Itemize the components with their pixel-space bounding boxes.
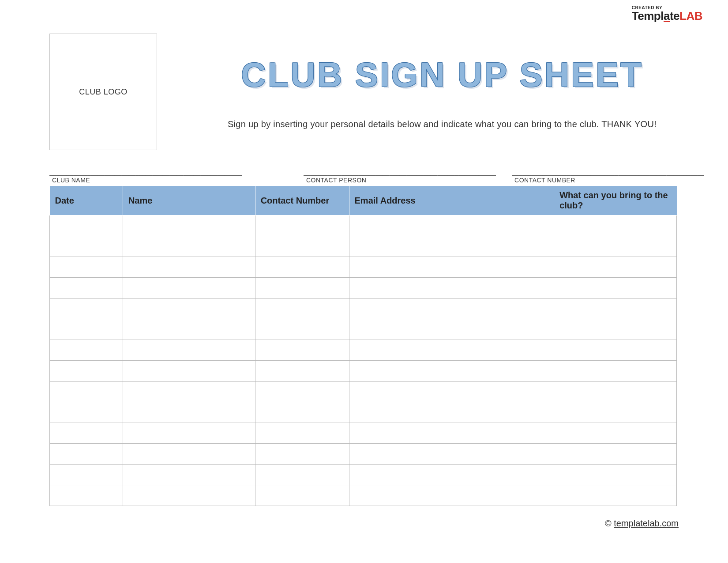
brand-logo: CREATED BY TemplateLAB xyxy=(632,5,702,23)
cell-contact xyxy=(255,402,349,423)
page-subtitle: Sign up by inserting your personal detai… xyxy=(206,119,679,129)
cell-bring xyxy=(554,278,677,299)
cell-bring xyxy=(554,215,677,236)
cell-email xyxy=(349,215,554,236)
cell-name xyxy=(123,319,255,340)
cell-contact xyxy=(255,423,349,444)
contact-person-field: ________________________________________… xyxy=(304,169,496,184)
cell-email xyxy=(349,361,554,382)
cell-email xyxy=(349,402,554,423)
cell-email xyxy=(349,485,554,506)
cell-email xyxy=(349,423,554,444)
page-title: CLUB SIGN UP SHEET xyxy=(206,57,679,92)
header-name: Name xyxy=(123,186,255,215)
cell-bring xyxy=(554,485,677,506)
cell-contact xyxy=(255,299,349,319)
cell-bring xyxy=(554,465,677,485)
contact-number-label: CONTACT NUMBER xyxy=(512,177,704,184)
cell-bring xyxy=(554,236,677,257)
cell-contact xyxy=(255,361,349,382)
info-fields-row: ________________________________________… xyxy=(49,169,677,184)
cell-bring xyxy=(554,402,677,423)
table-row xyxy=(50,319,677,340)
cell-bring xyxy=(554,444,677,465)
club-name-field: ________________________________________… xyxy=(49,169,288,184)
cell-date xyxy=(50,465,123,485)
table-row xyxy=(50,257,677,278)
signup-table: Date Name Contact Number Email Address W… xyxy=(49,185,677,506)
header-date: Date xyxy=(50,186,123,215)
cell-date xyxy=(50,340,123,361)
cell-email xyxy=(349,236,554,257)
contact-number-line: ________________________________________… xyxy=(512,169,704,176)
cell-name xyxy=(123,423,255,444)
cell-contact xyxy=(255,257,349,278)
cell-name xyxy=(123,444,255,465)
table-row xyxy=(50,485,677,506)
cell-email xyxy=(349,278,554,299)
cell-contact xyxy=(255,485,349,506)
cell-bring xyxy=(554,257,677,278)
contact-person-label: CONTACT PERSON xyxy=(304,177,496,184)
footer-link[interactable]: templatelab.com xyxy=(614,518,679,528)
cell-name xyxy=(123,382,255,402)
table-row xyxy=(50,382,677,402)
header-contact: Contact Number xyxy=(255,186,349,215)
table-row xyxy=(50,361,677,382)
cell-name xyxy=(123,257,255,278)
table-row xyxy=(50,444,677,465)
table-row xyxy=(50,423,677,444)
cell-email xyxy=(349,382,554,402)
cell-bring xyxy=(554,361,677,382)
cell-name xyxy=(123,299,255,319)
club-name-label: CLUB NAME xyxy=(49,177,288,184)
cell-name xyxy=(123,485,255,506)
table-row xyxy=(50,465,677,485)
cell-contact xyxy=(255,382,349,402)
table-row xyxy=(50,236,677,257)
cell-bring xyxy=(554,319,677,340)
cell-contact xyxy=(255,215,349,236)
table-row xyxy=(50,299,677,319)
cell-contact xyxy=(255,465,349,485)
copyright-symbol: © xyxy=(605,518,612,528)
cell-bring xyxy=(554,299,677,319)
cell-name xyxy=(123,340,255,361)
cell-contact xyxy=(255,278,349,299)
cell-bring xyxy=(554,340,677,361)
cell-name xyxy=(123,361,255,382)
header-email: Email Address xyxy=(349,186,554,215)
cell-bring xyxy=(554,423,677,444)
table-row xyxy=(50,402,677,423)
table-row xyxy=(50,340,677,361)
contact-number-field: ________________________________________… xyxy=(512,169,704,184)
cell-date xyxy=(50,319,123,340)
cell-date xyxy=(50,485,123,506)
header-bring: What can you bring to the club? xyxy=(554,186,677,215)
cell-date xyxy=(50,257,123,278)
club-logo-text: CLUB LOGO xyxy=(79,87,128,97)
cell-date xyxy=(50,382,123,402)
cell-name xyxy=(123,278,255,299)
club-logo-placeholder: CLUB LOGO xyxy=(49,34,157,150)
cell-bring xyxy=(554,382,677,402)
cell-email xyxy=(349,299,554,319)
cell-contact xyxy=(255,340,349,361)
cell-date xyxy=(50,444,123,465)
table-header-row: Date Name Contact Number Email Address W… xyxy=(50,186,677,215)
brand-name: TemplateLAB xyxy=(632,9,702,23)
header-row: CLUB LOGO CLUB SIGN UP SHEET Sign up by … xyxy=(49,34,679,150)
footer: © templatelab.com xyxy=(605,518,679,529)
cell-date xyxy=(50,236,123,257)
cell-date xyxy=(50,361,123,382)
cell-name xyxy=(123,402,255,423)
cell-email xyxy=(349,257,554,278)
cell-name xyxy=(123,236,255,257)
cell-date xyxy=(50,215,123,236)
contact-person-line: ________________________________________… xyxy=(304,169,496,176)
cell-email xyxy=(349,465,554,485)
cell-email xyxy=(349,319,554,340)
cell-date xyxy=(50,299,123,319)
cell-name xyxy=(123,465,255,485)
cell-email xyxy=(349,444,554,465)
